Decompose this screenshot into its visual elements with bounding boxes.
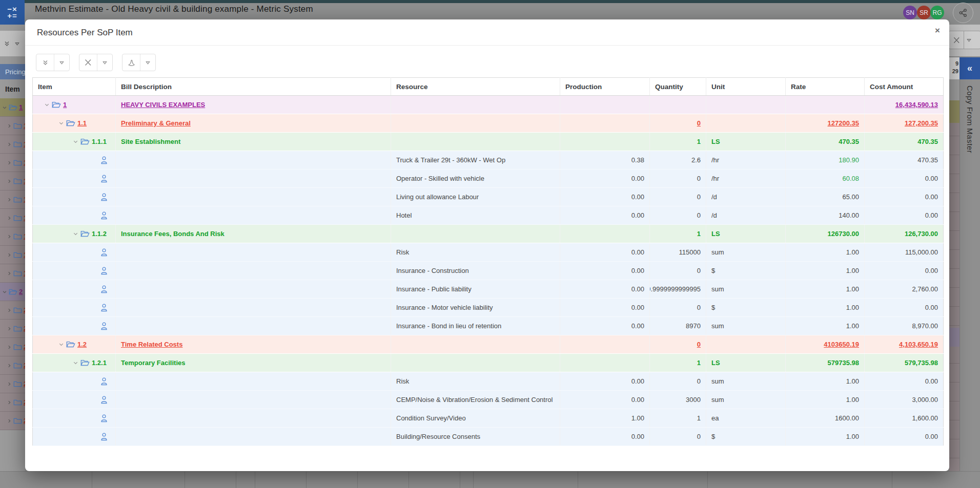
resource-row[interactable]: Insurance - Construction0.000$1.000.00	[33, 262, 944, 280]
column-header-rate[interactable]: Rate	[786, 78, 865, 96]
dropdown-arrow-icon[interactable]	[54, 54, 69, 71]
sidebar-item[interactable]: 2	[0, 320, 25, 338]
item-number-link[interactable]: 1.1.2	[92, 230, 107, 238]
resource-row[interactable]: Operator - Skilled with vehicle0.000/hr6…	[33, 169, 944, 188]
avatar[interactable]: SR	[917, 6, 931, 19]
resource-row[interactable]: Insurance - Motor vehicle liability0.000…	[33, 299, 944, 317]
column-header-bill-description[interactable]: Bill Description	[116, 78, 391, 96]
resource-row[interactable]: Hotel0.000/d140.000.00	[33, 206, 944, 225]
chevron-right-icon[interactable]	[7, 123, 12, 129]
column-header-quantity[interactable]: Quantity	[650, 78, 706, 96]
sidebar-item[interactable]: 2	[0, 412, 25, 430]
resource-row[interactable]: Living out allowance Labour0.000/d65.000…	[33, 188, 944, 206]
dropdown-arrow-icon[interactable]	[966, 37, 972, 43]
group-row[interactable]: 1.2Time Related Costs04103650.194,103,65…	[33, 335, 944, 354]
avatar[interactable]: RG	[930, 6, 944, 19]
share-button[interactable]	[953, 3, 973, 23]
chevron-down-icon[interactable]	[73, 139, 78, 144]
sidebar-item[interactable]: 1	[0, 154, 25, 172]
chevron-down-icon[interactable]	[73, 360, 78, 366]
sidebar-item[interactable]: 1	[0, 264, 25, 283]
chevron-right-icon[interactable]	[7, 418, 12, 423]
dropdown-arrow-icon[interactable]	[140, 54, 155, 71]
sidebar-item[interactable]: 2	[0, 338, 25, 356]
sidebar-item[interactable]: 1	[0, 117, 25, 135]
item-number-link[interactable]: 1.1.1	[92, 138, 107, 145]
background-excel-button[interactable]	[948, 31, 980, 49]
chevron-down-icon[interactable]	[73, 231, 78, 237]
column-header-production[interactable]: Production	[560, 78, 650, 96]
expand-all-button[interactable]	[36, 54, 70, 71]
chevron-right-icon[interactable]	[7, 400, 12, 405]
chevron-right-icon[interactable]	[7, 216, 12, 221]
chevron-right-icon[interactable]	[7, 363, 12, 368]
chevron-right-icon[interactable]	[7, 160, 12, 165]
dropdown-arrow-icon[interactable]	[14, 41, 20, 47]
sidebar-item[interactable]: 1	[0, 190, 25, 209]
bill-description-link[interactable]: Preliminary & General	[121, 119, 191, 127]
column-header-unit[interactable]: Unit	[706, 78, 786, 96]
sidebar-item[interactable]: 1	[0, 246, 25, 264]
item-number-link[interactable]: 1.1	[77, 119, 87, 127]
chevron-right-icon[interactable]	[7, 381, 12, 387]
resource-row[interactable]: Risk0.00115000sum1.00115,000.00	[33, 243, 944, 262]
group-row[interactable]: 1.1Preliminary & General0127200.35127,20…	[33, 114, 944, 133]
chevron-right-icon[interactable]	[7, 252, 12, 258]
item-number-link[interactable]: 1.2	[77, 341, 87, 348]
chevron-right-icon[interactable]	[7, 326, 12, 331]
chevron-right-icon[interactable]	[7, 179, 12, 184]
dropdown-arrow-icon[interactable]	[97, 54, 112, 71]
sidebar-item[interactable]: 2	[0, 375, 25, 393]
sidebar-item[interactable]: 1	[0, 227, 25, 246]
sidebar-item[interactable]: 2	[0, 283, 25, 301]
chevron-right-icon[interactable]	[7, 345, 12, 350]
group-row[interactable]: 1.1.1Site Establishment1LS470.35470.35	[33, 133, 944, 151]
sidebar-item[interactable]: 2	[0, 393, 25, 412]
resource-row[interactable]: CEMP/Noise & Vibration/Erosion & Sedimen…	[33, 391, 944, 409]
bill-description-link[interactable]: Insurance Fees, Bonds And Risk	[121, 230, 224, 238]
excel-icon[interactable]	[79, 54, 97, 71]
resource-row[interactable]: Truck & Trailer 29t - 360kW - Wet Op0.38…	[33, 151, 944, 169]
resource-row[interactable]: Building/Resource Consents0.000$1.000.00	[33, 428, 944, 446]
chevron-down-icon[interactable]	[2, 105, 7, 110]
chevron-right-icon[interactable]	[7, 142, 12, 147]
pdf-icon[interactable]	[122, 54, 140, 71]
column-header-resource[interactable]: Resource	[391, 78, 560, 96]
sidebar-item[interactable]: 1	[0, 135, 25, 154]
expand-all-icon[interactable]	[4, 40, 10, 47]
group-row[interactable]: 1.1.2Insurance Fees, Bonds And Risk1LS12…	[33, 225, 944, 243]
resource-row[interactable]: Risk0.000sum1.000.00	[33, 372, 944, 391]
bill-description-link[interactable]: Time Related Costs	[121, 341, 182, 348]
bill-description-link[interactable]: Temporary Facilities	[121, 359, 185, 367]
group-row[interactable]: 1.2.1Temporary Facilities1LS579735.98579…	[33, 354, 944, 372]
chevron-right-icon[interactable]	[7, 197, 12, 202]
tab-pricing[interactable]: Pricing	[0, 64, 25, 79]
sidebar-item[interactable]: 1	[0, 209, 25, 227]
copy-from-master-panel[interactable]: Copy From Master	[959, 79, 980, 488]
column-header-item[interactable]: Item	[33, 78, 116, 96]
resource-row[interactable]: Condition Survey/Video1.001ea1600.001,60…	[33, 409, 944, 428]
sidebar-item[interactable]: 1	[0, 98, 25, 117]
chevron-right-icon[interactable]	[7, 271, 12, 276]
chevrons-down-icon[interactable]	[36, 54, 54, 71]
item-number-link[interactable]: 1	[63, 101, 67, 109]
avatar[interactable]: SN	[903, 6, 917, 19]
bill-description-link[interactable]: Site Establishment	[121, 138, 180, 145]
chevron-down-icon[interactable]	[58, 342, 64, 347]
resource-row[interactable]: Insurance - Public liability0.002759.999…	[33, 280, 944, 299]
close-icon[interactable]: ×	[935, 26, 940, 36]
column-header-cost-amount[interactable]: Cost Amount	[865, 78, 944, 96]
chevron-down-icon[interactable]	[44, 102, 50, 108]
item-number-link[interactable]: 1.2.1	[92, 359, 107, 367]
group-row[interactable]: 1HEAVY CIVILS EXAMPLES16,434,590.13	[33, 96, 944, 114]
chevron-down-icon[interactable]	[2, 289, 7, 294]
methvin-logo[interactable]: −× +=	[0, 0, 25, 25]
resource-row[interactable]: Insurance - Bond in lieu of retention0.0…	[33, 317, 944, 335]
export-pdf-button[interactable]	[122, 54, 156, 71]
sidebar-item[interactable]: 2	[0, 301, 25, 320]
chevron-down-icon[interactable]	[58, 120, 64, 126]
sidebar-item[interactable]: 1	[0, 172, 25, 190]
collapse-panel-button[interactable]: «	[959, 57, 980, 79]
chevron-right-icon[interactable]	[7, 234, 12, 239]
export-excel-button[interactable]	[79, 54, 113, 71]
